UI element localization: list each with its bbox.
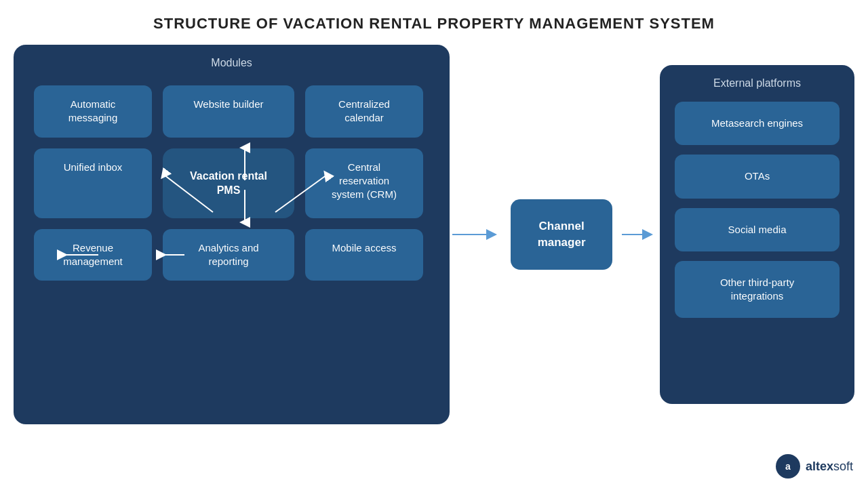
logo-icon: a	[776, 454, 800, 479]
channel-arrow-svg	[619, 221, 660, 248]
modules-box: Modules Automaticmessaging Website build…	[14, 45, 450, 424]
vacation-pms-box: Vacation rentalPMS	[163, 148, 294, 218]
external-platforms-label: External platforms	[713, 77, 801, 89]
automatic-messaging-box: Automaticmessaging	[34, 85, 152, 138]
channel-manager-wrap: Channelmanager	[511, 199, 612, 270]
diagram-container: Modules Automaticmessaging Website build…	[14, 45, 854, 424]
metasearch-engines-item: Metasearch engines	[675, 102, 840, 145]
external-platforms-box: External platforms Metasearch engines OT…	[660, 65, 854, 404]
modules-grid: Automaticmessaging Website builder Centr…	[28, 80, 435, 286]
page-title: STRUCTURE OF VACATION RENTAL PROPERTY MA…	[153, 15, 715, 33]
social-media-item: Social media	[675, 208, 840, 251]
analytics-reporting-box: Analytics andreporting	[163, 229, 294, 281]
centralized-calendar-box: Centralizedcalendar	[305, 85, 423, 138]
otas-item: OTAs	[675, 155, 840, 198]
logo-text: altexsoft	[806, 460, 853, 474]
external-platforms-items: Metasearch engines OTAs Social media Oth…	[675, 102, 840, 318]
third-party-integrations-item: Other third-partyintegrations	[675, 261, 840, 319]
crs-to-channel-connector	[450, 221, 504, 248]
unified-inbox-box: Unified inbox	[34, 148, 152, 218]
mobile-access-box: Mobile access	[305, 229, 423, 281]
central-reservation-box: Centralreservationsystem (CRM)	[305, 148, 423, 218]
crs-arrow-svg	[450, 221, 504, 248]
modules-label: Modules	[211, 57, 252, 69]
logo-area: a altexsoft	[776, 454, 853, 479]
revenue-management-box: Revenuemanagement	[34, 229, 152, 281]
channel-manager-box: Channelmanager	[511, 199, 612, 270]
svg-text:a: a	[785, 461, 791, 472]
channel-to-external-connector	[619, 221, 660, 248]
website-builder-box: Website builder	[163, 85, 294, 138]
